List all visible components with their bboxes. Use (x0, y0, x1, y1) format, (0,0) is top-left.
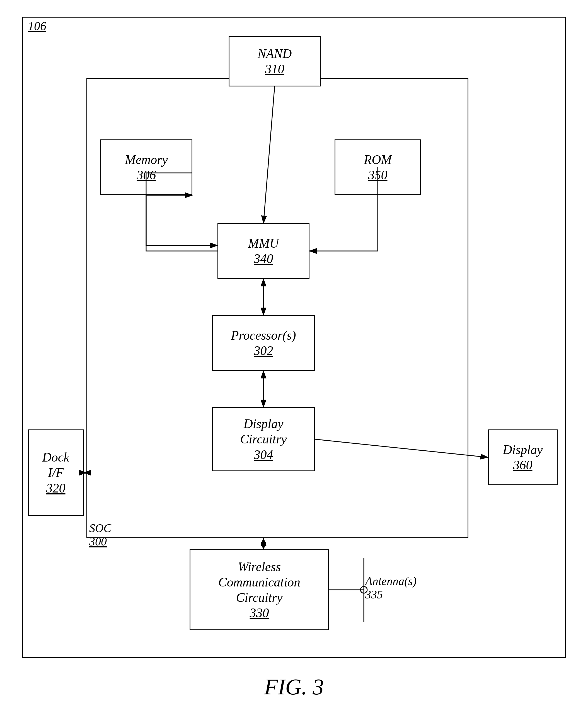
processor-box: Processor(s) 302 (212, 315, 315, 371)
diagram-outer-label: 106 (28, 19, 46, 33)
display-circuitry-box: DisplayCircuitry 304 (212, 407, 315, 471)
nand-box: NAND 310 (229, 36, 321, 86)
display-box: Display 360 (488, 430, 558, 485)
page: 106 SOC 300 NAND 310 Memory 306 ROM 350 … (0, 0, 588, 722)
memory-box: Memory 306 (100, 140, 192, 195)
soc-label: SOC 300 (89, 521, 111, 548)
figure-label: FIG. 3 (264, 674, 324, 700)
mmu-box: MMU 340 (217, 223, 310, 279)
rom-box: ROM 350 (335, 140, 421, 195)
dock-box: DockI/F 320 (28, 430, 84, 516)
wireless-box: WirelessCommunicationCircuitry 330 (190, 550, 329, 630)
antenna-label: Antenna(s) 335 (365, 575, 417, 601)
